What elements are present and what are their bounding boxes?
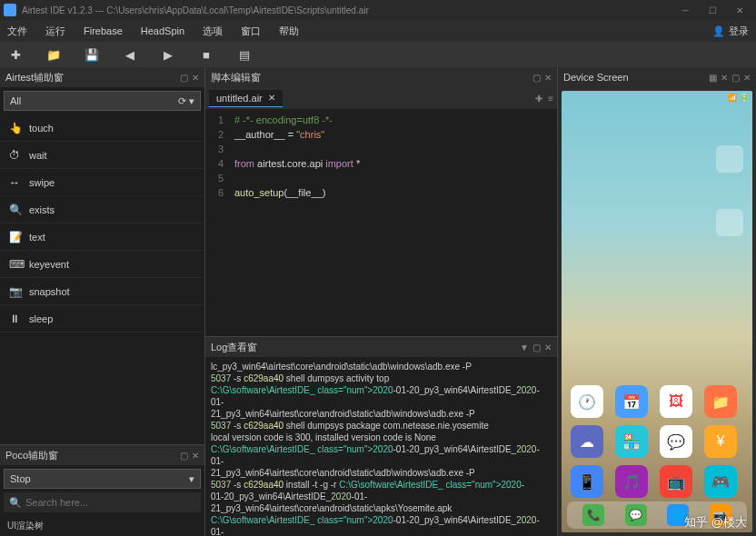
action-exists[interactable]: 🔍exists — [0, 196, 204, 223]
titlebar-text: Airtest IDE v1.2.3 --- C:\Users\chris\Ap… — [22, 5, 667, 15]
panel-undock-icon[interactable]: ▢ — [731, 73, 740, 83]
new-button[interactable]: ✚ — [7, 48, 24, 62]
menu-window[interactable]: 窗口 — [241, 25, 261, 38]
app-icon-gallery[interactable]: 🖼 — [660, 385, 692, 418]
dock-sms[interactable]: 💬 — [625, 504, 647, 526]
panel-undock-icon[interactable]: ▢ — [532, 73, 541, 83]
app-icon-clock[interactable]: 🕐 — [571, 385, 603, 418]
menu-firebase[interactable]: Firebase — [84, 25, 123, 36]
chevron-down-icon: ▾ — [189, 95, 194, 107]
app-icon-wechat[interactable]: 💬 — [660, 425, 692, 458]
editor-tabs: untitled.air ✕ ✚ ≡ — [205, 87, 557, 109]
airtest-panel-title: Airtest辅助窗 — [5, 71, 64, 84]
exists-icon: 🔍 — [9, 203, 22, 216]
poco-search[interactable]: 🔍 — [4, 492, 201, 512]
snapshot-icon: 📷 — [9, 285, 22, 298]
tab-close-icon[interactable]: ✕ — [268, 93, 275, 103]
watermark: 知乎 @楼大 — [684, 514, 747, 531]
action-label: sleep — [29, 313, 53, 324]
text-icon: 📝 — [9, 231, 22, 243]
filter-icon[interactable]: ▼ — [520, 342, 529, 352]
device-tool2-icon[interactable]: ✕ — [721, 73, 728, 83]
action-sleep[interactable]: ⏸sleep — [0, 305, 204, 333]
panel-undock-icon[interactable]: ▢ — [180, 451, 188, 461]
app-icon-store[interactable]: 🏪 — [615, 425, 648, 458]
action-label: wait — [29, 150, 47, 161]
log-panel-title: Log查看窗 — [211, 341, 257, 354]
panel-close-icon[interactable]: ✕ — [544, 73, 552, 83]
action-snapshot[interactable]: 📷snapshot — [0, 278, 204, 305]
stop-button[interactable]: ■ — [198, 48, 214, 62]
maximize-button[interactable]: ☐ — [700, 2, 725, 18]
app-icon-widget2[interactable] — [716, 209, 743, 236]
refresh-icon[interactable]: ⟳ — [178, 95, 186, 107]
action-label: snapshot — [29, 286, 70, 297]
action-swipe[interactable]: ↔swipe — [0, 169, 204, 196]
user-icon: 👤 — [712, 25, 725, 37]
sleep-icon: ⏸ — [9, 313, 22, 325]
action-text[interactable]: 📝text — [0, 223, 204, 251]
code-editor[interactable]: 123456 # -*- encoding=utf8 -*- __author_… — [205, 109, 557, 336]
panel-close-icon[interactable]: ✕ — [192, 451, 199, 461]
menu-file[interactable]: 文件 — [7, 25, 27, 38]
app-icon — [4, 4, 16, 16]
touch-icon: 👆 — [9, 122, 22, 134]
device-status-bar: 📶🔋 — [562, 91, 752, 104]
action-label: keyevent — [29, 259, 69, 270]
app-icon-app3[interactable]: 📺 — [660, 465, 692, 498]
airtest-mode-dropdown[interactable]: All ⟳ ▾ — [4, 91, 201, 111]
poco-tree-root[interactable]: UI渲染树 — [0, 516, 204, 536]
titlebar: Airtest IDE v1.2.3 --- C:\Users\chris\Ap… — [0, 0, 756, 20]
close-button[interactable]: ✕ — [727, 2, 752, 18]
app-icon-app4[interactable]: 🎮 — [704, 465, 737, 498]
panel-undock-icon[interactable]: ▢ — [180, 73, 188, 83]
panel-close-icon[interactable]: ✕ — [544, 342, 552, 352]
add-tab-icon[interactable]: ✚ — [535, 94, 542, 104]
action-list: 👆touch⏱wait↔swipe🔍exists📝text⌨keyevent📷s… — [0, 114, 204, 444]
poco-mode-dropdown[interactable]: Stop ▾ — [4, 469, 201, 489]
toolbar: ✚ 📁 💾 ◀ ▶ ■ ▤ — [0, 42, 756, 67]
back-button[interactable]: ◀ — [122, 48, 138, 62]
app-icon-weather[interactable]: ☁ — [571, 425, 603, 458]
editor-panel-header: 脚本编辑窗 ▢ ✕ — [205, 67, 557, 87]
dock-phone[interactable]: 📞 — [582, 504, 604, 526]
device-screen[interactable]: 📶🔋 🕐 📅 🖼 📁 ☁ 🏪 💬 ¥ 📱 🎵 📺 🎮 📞 — [562, 91, 752, 532]
poco-search-input[interactable] — [25, 497, 195, 508]
log-output[interactable]: lc_py3_win64\airtest\core\android\static… — [205, 357, 557, 536]
report-button[interactable]: ▤ — [236, 48, 253, 62]
minimize-button[interactable]: ─ — [672, 2, 698, 18]
play-button[interactable]: ▶ — [160, 48, 176, 62]
menu-run[interactable]: 运行 — [45, 25, 65, 38]
save-button[interactable]: 💾 — [84, 48, 100, 62]
action-wait[interactable]: ⏱wait — [0, 142, 204, 169]
wait-icon: ⏱ — [9, 149, 22, 162]
log-panel-header: Log查看窗 ▼ ▢ ✕ — [205, 337, 557, 357]
menu-help[interactable]: 帮助 — [279, 25, 299, 38]
device-panel-header: Device Screen ▦ ✕ ▢ ✕ — [558, 67, 756, 87]
menu-headspin[interactable]: HeadSpin — [141, 25, 184, 36]
app-icon-pay[interactable]: ¥ — [704, 425, 737, 458]
login-button[interactable]: 👤登录 — [712, 25, 749, 38]
action-label: exists — [29, 204, 55, 215]
app-icon-app2[interactable]: 🎵 — [615, 465, 648, 498]
menu-options[interactable]: 选项 — [203, 25, 223, 38]
search-icon: 🔍 — [9, 497, 22, 509]
panel-undock-icon[interactable]: ▢ — [532, 342, 541, 352]
action-label: touch — [29, 123, 54, 134]
tab-menu-icon[interactable]: ≡ — [548, 94, 553, 104]
app-icon-app1[interactable]: 📱 — [571, 465, 603, 498]
keyevent-icon: ⌨ — [9, 258, 22, 271]
panel-close-icon[interactable]: ✕ — [743, 73, 751, 83]
device-tool1-icon[interactable]: ▦ — [709, 73, 717, 83]
panel-close-icon[interactable]: ✕ — [192, 73, 199, 83]
app-icon-widget1[interactable] — [716, 145, 743, 173]
action-keyevent[interactable]: ⌨keyevent — [0, 251, 204, 278]
tab-untitled[interactable]: untitled.air ✕ — [209, 90, 283, 107]
open-button[interactable]: 📁 — [45, 48, 62, 62]
menubar: 文件 运行 Firebase HeadSpin 选项 窗口 帮助 👤登录 — [0, 20, 756, 42]
app-icon-folder[interactable]: 📁 — [704, 385, 737, 418]
action-touch[interactable]: 👆touch — [0, 114, 204, 142]
app-icon-calendar[interactable]: 📅 — [615, 385, 648, 418]
chevron-down-icon: ▾ — [189, 473, 194, 485]
poco-panel-title: Poco辅助窗 — [5, 449, 58, 462]
